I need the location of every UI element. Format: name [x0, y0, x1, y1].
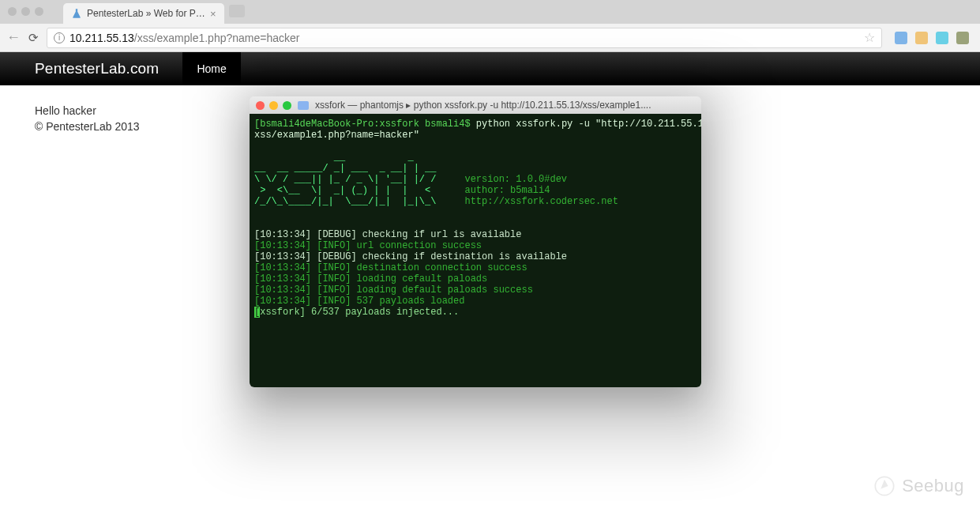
browser-tab-title: PentesterLab » Web for Pente — [87, 8, 205, 19]
tab-close-icon[interactable]: × — [210, 9, 216, 19]
terminal-output[interactable]: [bsmali4deMacBook-Pro:xssfork bsmali4$ p… — [250, 114, 701, 387]
mac-dim-close-icon[interactable] — [8, 7, 17, 16]
folder-icon — [298, 101, 309, 110]
browser-tabstrip: PentesterLab » Web for Pente × — [0, 0, 980, 24]
minimize-icon[interactable] — [269, 101, 278, 110]
url-path: /xss/example1.php?name=hacker — [134, 32, 300, 44]
extension-icons — [890, 32, 974, 44]
mac-dim-max-icon[interactable] — [35, 7, 43, 16]
extension-icon[interactable] — [895, 32, 907, 44]
url-host: 10.211.55.13 — [69, 32, 134, 44]
terminal-titlebar[interactable]: xssfork — phantomjs ▸ python xssfork.py … — [250, 96, 701, 114]
extension-icon[interactable] — [936, 32, 948, 44]
close-icon[interactable] — [256, 101, 265, 110]
site-info-icon[interactable]: i — [54, 32, 65, 43]
brand-label[interactable]: PentesterLab.com — [35, 60, 159, 77]
seebug-logo-icon — [873, 475, 896, 497]
terminal-window[interactable]: xssfork — phantomjs ▸ python xssfork.py … — [250, 96, 701, 387]
bookmark-star-icon[interactable]: ☆ — [864, 30, 875, 45]
extension-icon[interactable] — [956, 32, 969, 44]
terminal-title: xssfork — phantomjs ▸ python xssfork.py … — [315, 100, 695, 111]
watermark: Seebug — [873, 475, 964, 497]
terminal-traffic-lights[interactable] — [256, 101, 291, 110]
address-bar[interactable]: i 10.211.55.13/xss/example1.php?name=hac… — [47, 28, 882, 48]
extension-icon[interactable] — [915, 32, 928, 44]
mac-dim-min-icon[interactable] — [21, 7, 30, 16]
browser-toolbar: ← → ⟳ i 10.211.55.13/xss/example1.php?na… — [0, 24, 980, 52]
browser-tab[interactable]: PentesterLab » Web for Pente × — [63, 3, 224, 24]
zoom-icon[interactable] — [283, 101, 291, 110]
reload-button[interactable]: ⟳ — [28, 31, 39, 45]
new-tab-button[interactable] — [229, 5, 245, 17]
watermark-text: Seebug — [902, 476, 964, 496]
window-traffic-lights[interactable] — [8, 7, 43, 16]
back-button[interactable]: ← — [6, 29, 21, 46]
favicon-flask-icon — [71, 8, 82, 19]
